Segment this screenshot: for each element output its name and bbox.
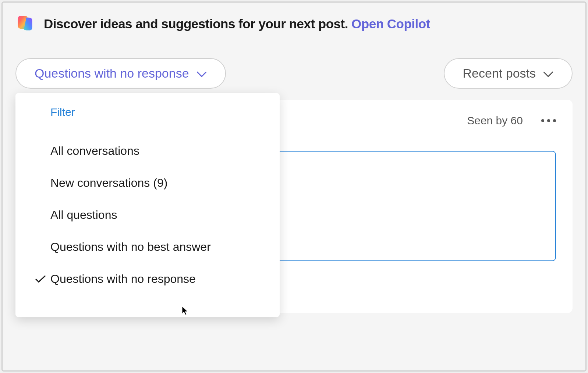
dot-icon — [547, 119, 550, 122]
dropdown-item-label: All questions — [50, 208, 117, 222]
dropdown-item-label: Questions with no response — [50, 272, 196, 286]
filter-dropdown-label: Questions with no response — [35, 66, 189, 81]
sort-dropdown-button[interactable]: Recent posts — [444, 58, 573, 89]
dropdown-item-no-best-answer[interactable]: Questions with no best answer — [30, 231, 265, 263]
dropdown-item-label: All conversations — [50, 144, 139, 158]
seen-by-count: Seen by 60 — [467, 114, 523, 127]
banner-text: Discover ideas and suggestions for your … — [44, 17, 430, 31]
chevron-down-icon — [196, 66, 207, 81]
dropdown-item-all-conversations[interactable]: All conversations — [30, 135, 265, 167]
cursor-icon — [181, 306, 190, 316]
dropdown-header: Filter — [50, 106, 265, 118]
check-icon — [30, 275, 50, 283]
dropdown-item-label: Questions with no best answer — [50, 240, 211, 254]
dropdown-item-all-questions[interactable]: All questions — [30, 199, 265, 231]
dropdown-item-new-conversations[interactable]: New conversations (9) — [30, 167, 265, 199]
sort-dropdown-label: Recent posts — [463, 66, 536, 81]
chevron-down-icon — [543, 66, 553, 81]
main-container: Discover ideas and suggestions for your … — [1, 1, 587, 372]
more-options-button[interactable] — [541, 119, 556, 122]
filters-row: Questions with no response Recent posts … — [15, 58, 573, 89]
filter-dropdown-menu: Filter All conversations New conversatio… — [15, 93, 280, 317]
dropdown-item-no-response[interactable]: Questions with no response — [30, 263, 265, 295]
dropdown-item-label: New conversations (9) — [50, 176, 167, 190]
banner-message: Discover ideas and suggestions for your … — [44, 17, 351, 31]
dot-icon — [553, 119, 556, 122]
filter-dropdown-button[interactable]: Questions with no response — [15, 58, 226, 89]
copilot-icon — [15, 14, 35, 34]
dot-icon — [541, 119, 544, 122]
open-copilot-link[interactable]: Open Copilot — [351, 17, 430, 31]
copilot-banner: Discover ideas and suggestions for your … — [15, 14, 573, 34]
